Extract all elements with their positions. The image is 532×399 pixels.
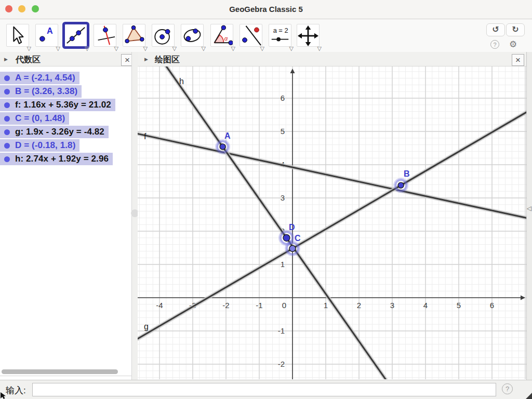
tool-dropdown-icon[interactable]: ▽	[27, 46, 31, 51]
y-tick-label: 6	[281, 94, 285, 102]
graphics-panel: ▶ 绘图区 × -4-3-2-10123456654321-1-2fghABCD	[138, 52, 526, 380]
tool-polygon-tool[interactable]: ▽	[123, 24, 145, 47]
svg-text:A: A	[47, 26, 53, 35]
redo-button[interactable]: ↻	[506, 23, 525, 36]
input-help-icon[interactable]: ?	[502, 383, 513, 394]
algebra-collapse-icon[interactable]: ▶	[4, 57, 8, 62]
point-D[interactable]	[283, 234, 290, 241]
help-icon[interactable]: ?	[490, 40, 499, 49]
tool-dropdown-icon[interactable]: ▽	[56, 46, 60, 51]
tool-reflect-tool[interactable]: ▽	[240, 24, 262, 47]
tool-slider-tool[interactable]: a = 2▽	[269, 24, 291, 47]
algebra-close-button[interactable]: ×	[121, 54, 132, 66]
algebra-item-text: B = (3.26, 3.38)	[15, 86, 77, 97]
graphics-header: ▶ 绘图区 ×	[138, 52, 526, 66]
x-tick-label: 3	[390, 301, 394, 310]
y-tick-label: 1	[281, 260, 285, 269]
tool-dropdown-icon[interactable]: ▽	[114, 46, 118, 51]
algebra-item-text: f: 1.16x + 5.36y = 21.02	[15, 100, 111, 110]
tool-circle-tool[interactable]: ▽	[152, 24, 175, 47]
algebra-row-highlight: D = (-0.18, 1.8)	[0, 139, 79, 152]
algebra-row[interactable]: B = (3.26, 3.38)	[0, 85, 132, 99]
line-label-g: g	[144, 322, 149, 331]
graphics-close-button[interactable]: ×	[512, 54, 524, 66]
algebra-item-text: g: 1.9x - 3.26y = -4.82	[15, 127, 104, 137]
algebra-bottom-divider	[0, 376, 132, 376]
point-A[interactable]	[220, 144, 225, 150]
x-tick-label: -1	[256, 301, 262, 310]
tool-line-tool[interactable]: ▽	[64, 24, 87, 47]
point-B[interactable]	[398, 182, 404, 188]
algebra-horizontal-scrollbar[interactable]	[2, 369, 118, 374]
algebra-row[interactable]: D = (-0.18, 1.8)	[0, 139, 132, 153]
tool-dropdown-icon[interactable]: ▽	[231, 46, 235, 51]
object-visibility-bullet[interactable]	[4, 75, 10, 81]
tool-dropdown-icon[interactable]: ▽	[289, 46, 294, 51]
algebra-row[interactable]: g: 1.9x - 3.26y = -4.82	[0, 126, 132, 139]
line-h[interactable]	[138, 66, 526, 379]
input-label: 输入:	[6, 384, 26, 396]
y-tick-label: 3	[281, 193, 285, 202]
tool-dropdown-icon[interactable]: ▽	[260, 46, 264, 51]
algebra-row[interactable]: h: 2.74x + 1.92y = 2.96	[0, 153, 132, 166]
cursor-arrow-icon	[14, 27, 23, 44]
line-label-h: h	[179, 77, 184, 86]
x-tick-label: 0	[282, 301, 286, 310]
algebra-row[interactable]: A = (-2.1, 4.54)	[0, 72, 132, 85]
window-resize-grip[interactable]	[526, 393, 532, 399]
x-tick-label: 4	[423, 301, 428, 310]
algebra-row-highlight: h: 2.74x + 1.92y = 2.96	[0, 153, 113, 165]
x-tick-label: 1	[324, 301, 328, 310]
titlebar: GeoGebra Classic 5	[0, 0, 532, 19]
algebra-row-highlight: B = (3.26, 3.38)	[0, 85, 82, 98]
x-tick-label: 6	[490, 301, 494, 310]
algebra-item-text: C = (0, 1.48)	[15, 113, 65, 124]
panel-divider[interactable]	[132, 52, 138, 380]
mouse-cursor	[0, 392, 7, 399]
line-h-selection-halo	[138, 66, 526, 379]
tool-perpendicular-line-tool[interactable]: ▽	[94, 24, 116, 47]
svg-text:a = 2: a = 2	[273, 26, 288, 34]
tool-dropdown-icon[interactable]: ▽	[85, 46, 89, 51]
settings-gear-icon[interactable]: ⚙	[509, 40, 517, 49]
tool-dropdown-icon[interactable]: ▽	[143, 46, 148, 51]
object-visibility-bullet[interactable]	[4, 89, 10, 95]
object-visibility-bullet[interactable]	[4, 116, 10, 122]
point-label-B: B	[404, 169, 410, 178]
y-tick-label: -1	[278, 326, 285, 335]
graphics-canvas[interactable]: -4-3-2-10123456654321-1-2fghABCD	[138, 66, 526, 379]
tool-move-graphics-tool[interactable]: ▽	[297, 24, 320, 47]
point-C[interactable]	[289, 245, 296, 251]
tool-dropdown-icon[interactable]: ▽	[317, 46, 322, 51]
object-visibility-bullet[interactable]	[4, 143, 10, 149]
object-visibility-bullet[interactable]	[4, 102, 10, 108]
algebra-row[interactable]: C = (0, 1.48)	[0, 112, 132, 126]
tool-point-tool[interactable]: A▽	[35, 24, 58, 47]
x-tick-label: -2	[222, 301, 229, 310]
toolbar: ▽A▽▽▽▽▽▽α▽▽a = 2▽▽ ↺ ↻ ? ⚙	[0, 19, 532, 52]
tool-angle-tool[interactable]: α▽	[210, 24, 233, 47]
tool-move-tool[interactable]: ▽	[6, 24, 29, 47]
algebra-item-text: D = (-0.18, 1.8)	[15, 140, 75, 151]
command-input[interactable]	[32, 383, 496, 396]
line-label-f: f	[144, 132, 147, 141]
y-axis-arrow	[290, 69, 295, 73]
algebra-row-highlight: g: 1.9x - 3.26y = -4.82	[0, 126, 109, 138]
tool-dropdown-icon[interactable]: ▽	[172, 46, 177, 51]
graphics-view[interactable]: -4-3-2-10123456654321-1-2fghABCD	[138, 66, 526, 379]
x-tick-label: -4	[156, 301, 163, 310]
graphics-title: 绘图区	[155, 55, 180, 65]
geogebra-window: GeoGebra Classic 5 ▽A▽▽▽▽▽▽α▽▽a = 2▽▽ ↺ …	[0, 0, 532, 399]
undo-button[interactable]: ↺	[486, 23, 505, 36]
object-visibility-bullet[interactable]	[4, 156, 10, 162]
object-visibility-bullet[interactable]	[4, 129, 10, 135]
expand-panel-arrow-icon[interactable]: ◁	[527, 205, 531, 212]
algebra-row[interactable]: f: 1.16x + 5.36y = 21.02	[0, 99, 132, 112]
algebra-header: ▶ 代数区 ×	[0, 52, 131, 66]
graphics-collapse-icon[interactable]: ▶	[144, 57, 148, 62]
tool-ellipse-tool[interactable]: ▽	[181, 24, 204, 47]
x-tick-label: 5	[457, 301, 461, 310]
right-collapse-strip[interactable]: ◁	[526, 52, 532, 380]
x-tick-label: 2	[357, 301, 361, 310]
tool-dropdown-icon[interactable]: ▽	[202, 46, 206, 51]
